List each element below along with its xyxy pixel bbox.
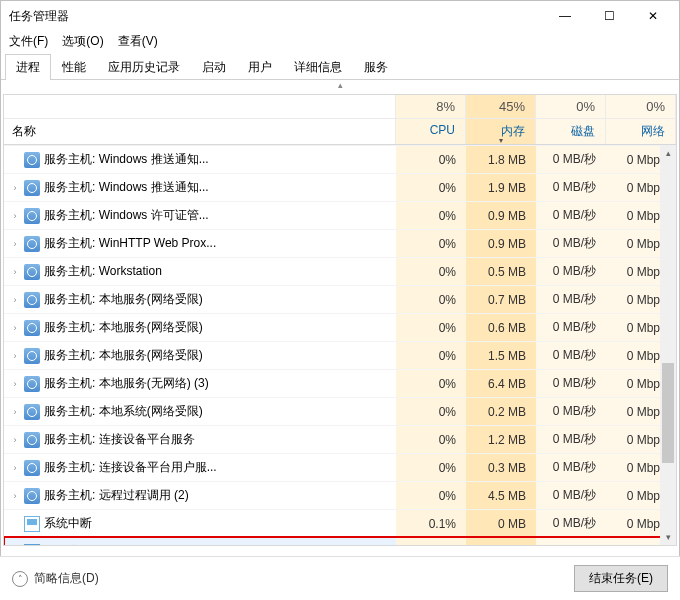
- expand-chevron-icon[interactable]: ›: [10, 295, 20, 305]
- cell-cpu: 0%: [396, 286, 466, 313]
- process-grid: 8% 45% 0% 0% 名称 CPU 内存 磁盘 网络 服务主机: Windo…: [3, 94, 677, 546]
- process-name: 服务主机: 本地服务(网络受限): [44, 291, 203, 308]
- cell-mem: 1.9 MB: [466, 174, 536, 201]
- table-row[interactable]: ›服务主机: Windows 推送通知...0%1.9 MB0 MB/秒0 Mb…: [4, 173, 676, 201]
- column-scroll-hint: ▴: [1, 80, 679, 94]
- cell-disk: 0 MB/秒: [536, 510, 606, 537]
- cell-mem: 0.3 MB: [466, 454, 536, 481]
- cell-mem: 0.2 MB: [466, 398, 536, 425]
- column-header-labels: 名称 CPU 内存 磁盘 网络: [4, 119, 676, 145]
- expand-chevron-icon[interactable]: ›: [10, 323, 20, 333]
- table-row[interactable]: ›服务主机: 本地服务(网络受限)0%1.5 MB0 MB/秒0 Mbps: [4, 341, 676, 369]
- scroll-down-icon[interactable]: ▾: [660, 529, 676, 545]
- cell-cpu: 0%: [396, 314, 466, 341]
- tab-services[interactable]: 服务: [353, 54, 399, 80]
- tab-users[interactable]: 用户: [237, 54, 283, 80]
- col-disk-header[interactable]: 磁盘: [536, 119, 606, 144]
- cell-mem: 0.7 MB: [466, 286, 536, 313]
- cell-disk: 0 MB/秒: [536, 202, 606, 229]
- process-icon: [24, 180, 40, 196]
- end-task-button[interactable]: 结束任务(E): [574, 565, 668, 592]
- expand-chevron-icon[interactable]: ›: [10, 379, 20, 389]
- expand-chevron-icon[interactable]: ›: [10, 239, 20, 249]
- tab-processes[interactable]: 进程: [5, 54, 51, 80]
- column-header-percents: 8% 45% 0% 0%: [4, 95, 676, 119]
- expand-chevron-icon[interactable]: ›: [10, 407, 20, 417]
- cell-mem: 0.6 MB: [466, 314, 536, 341]
- table-row[interactable]: ›服务主机: 本地服务(无网络) (3)0%6.4 MB0 MB/秒0 Mbps: [4, 369, 676, 397]
- cell-disk: 0 MB/秒: [536, 342, 606, 369]
- cell-disk: 0 MB/秒: [536, 426, 606, 453]
- table-row[interactable]: ›服务主机: WinHTTP Web Prox...0%0.9 MB0 MB/秒…: [4, 229, 676, 257]
- table-row[interactable]: 服务主机: Windows 推送通知...0%1.8 MB0 MB/秒0 Mbp…: [4, 145, 676, 173]
- fewer-details[interactable]: ˄ 简略信息(D): [12, 570, 99, 587]
- col-mem-pct[interactable]: 45%: [466, 95, 536, 118]
- table-row[interactable]: ›服务主机: Windows 许可证管...0%0.9 MB0 MB/秒0 Mb…: [4, 201, 676, 229]
- expand-chevron-icon[interactable]: ›: [10, 267, 20, 277]
- process-name: 服务主机: 连接设备平台服务: [44, 431, 195, 448]
- cell-cpu: 0.1%: [396, 510, 466, 537]
- cell-disk: 0 MB/秒: [536, 370, 606, 397]
- cell-mem: 14.7 MB: [466, 538, 536, 545]
- close-button[interactable]: ✕: [631, 2, 675, 30]
- table-row[interactable]: ›服务主机: Workstation0%0.5 MB0 MB/秒0 Mbps: [4, 257, 676, 285]
- titlebar: 任务管理器 — ☐ ✕: [1, 1, 679, 31]
- cell-cpu: 0%: [396, 230, 466, 257]
- process-name: 服务主机: 本地服务(网络受限): [44, 319, 203, 336]
- cell-disk: 0 MB/秒: [536, 258, 606, 285]
- cell-mem: 1.2 MB: [466, 426, 536, 453]
- cell-mem: 0.5 MB: [466, 258, 536, 285]
- col-disk-pct[interactable]: 0%: [536, 95, 606, 118]
- expand-chevron-icon[interactable]: ›: [10, 211, 20, 221]
- cell-disk: 0 MB/秒: [536, 286, 606, 313]
- table-row[interactable]: ›服务主机: 连接设备平台服务0%1.2 MB0 MB/秒0 Mbps: [4, 425, 676, 453]
- expand-chevron-icon[interactable]: ›: [10, 351, 20, 361]
- chevron-up-circle-icon: ˄: [12, 571, 28, 587]
- process-icon: [24, 544, 40, 546]
- cell-mem: 0.9 MB: [466, 230, 536, 257]
- expand-chevron-icon[interactable]: ›: [10, 183, 20, 193]
- col-net-pct[interactable]: 0%: [606, 95, 676, 118]
- cell-mem: 1.8 MB: [466, 146, 536, 173]
- tab-apphistory[interactable]: 应用历史记录: [97, 54, 191, 80]
- process-name: 服务主机: 远程过程调用 (2): [44, 487, 189, 504]
- table-row[interactable]: ›服务主机: 本地服务(网络受限)0%0.6 MB0 MB/秒0 Mbps: [4, 313, 676, 341]
- menu-view[interactable]: 查看(V): [118, 33, 158, 50]
- cell-cpu: 0%: [396, 482, 466, 509]
- scroll-up-icon[interactable]: ▴: [660, 145, 676, 161]
- expand-chevron-icon[interactable]: ›: [10, 491, 20, 501]
- col-name-header[interactable]: 名称: [4, 119, 396, 144]
- menubar: 文件(F) 选项(O) 查看(V): [1, 31, 679, 52]
- table-row[interactable]: 桌面窗口管理器0.8%14.7 MB0 MB/秒0 Mbps: [4, 537, 676, 545]
- col-cpu-header[interactable]: CPU: [396, 119, 466, 144]
- expand-chevron-icon[interactable]: ›: [10, 463, 20, 473]
- table-row[interactable]: ›服务主机: 远程过程调用 (2)0%4.5 MB0 MB/秒0 Mbps: [4, 481, 676, 509]
- menu-options[interactable]: 选项(O): [62, 33, 103, 50]
- vertical-scrollbar[interactable]: ▴ ▾: [660, 145, 676, 545]
- process-name: 服务主机: 本地服务(无网络) (3): [44, 375, 209, 392]
- scroll-thumb[interactable]: [662, 363, 674, 463]
- cell-cpu: 0%: [396, 202, 466, 229]
- scroll-track[interactable]: [660, 161, 676, 529]
- menu-file[interactable]: 文件(F): [9, 33, 48, 50]
- maximize-button[interactable]: ☐: [587, 2, 631, 30]
- tab-performance[interactable]: 性能: [51, 54, 97, 80]
- tab-startup[interactable]: 启动: [191, 54, 237, 80]
- process-icon: [24, 404, 40, 420]
- col-net-header[interactable]: 网络: [606, 119, 676, 144]
- process-icon: [24, 460, 40, 476]
- process-icon: [24, 376, 40, 392]
- table-row[interactable]: ›服务主机: 本地服务(网络受限)0%0.7 MB0 MB/秒0 Mbps: [4, 285, 676, 313]
- expand-chevron-icon[interactable]: ›: [10, 435, 20, 445]
- table-row[interactable]: 系统中断0.1%0 MB0 MB/秒0 Mbps: [4, 509, 676, 537]
- window-controls: — ☐ ✕: [543, 2, 675, 30]
- cell-cpu: 0%: [396, 398, 466, 425]
- tab-details[interactable]: 详细信息: [283, 54, 353, 80]
- cell-mem: 6.4 MB: [466, 370, 536, 397]
- table-row[interactable]: ›服务主机: 连接设备平台用户服...0%0.3 MB0 MB/秒0 Mbps: [4, 453, 676, 481]
- col-mem-header[interactable]: 内存: [466, 119, 536, 144]
- col-cpu-pct[interactable]: 8%: [396, 95, 466, 118]
- minimize-button[interactable]: —: [543, 2, 587, 30]
- table-row[interactable]: ›服务主机: 本地系统(网络受限)0%0.2 MB0 MB/秒0 Mbps: [4, 397, 676, 425]
- process-name: 服务主机: Workstation: [44, 263, 162, 280]
